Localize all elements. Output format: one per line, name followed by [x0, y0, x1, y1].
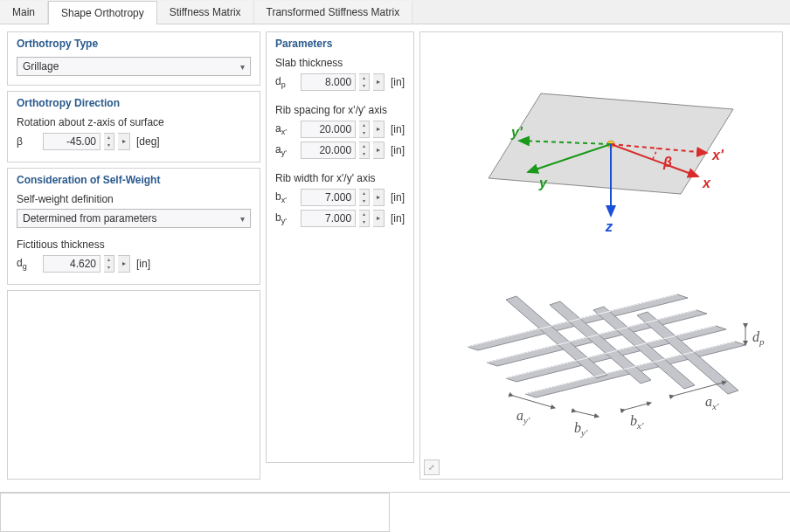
svg-text:ay': ay'	[516, 408, 530, 425]
svg-text:x: x	[702, 176, 711, 190]
beta-symbol: β	[17, 135, 39, 148]
svg-text:x': x'	[711, 148, 724, 162]
preview-viewer[interactable]: x x' y y' z β	[419, 31, 783, 480]
bottom-left-panel	[0, 493, 390, 532]
tab-shape-orthotropy[interactable]: Shape Orthotropy	[48, 1, 157, 24]
dp-input[interactable]: 8.000	[301, 73, 356, 91]
bx-symbol: bx'	[275, 190, 297, 204]
slab-label: Slab thickness	[275, 57, 405, 69]
bx-menu-button[interactable]: ▸	[373, 189, 385, 206]
ax-spinner[interactable]: ▴▾	[359, 121, 370, 138]
sw-definition-dropdown[interactable]: Determined from parameters	[17, 209, 251, 228]
dg-menu-button[interactable]: ▸	[118, 255, 130, 273]
empty-panel-left	[7, 290, 260, 480]
ax-unit: [in]	[391, 123, 405, 135]
bottom-strip	[0, 492, 790, 532]
ay-symbol: ay'	[275, 143, 297, 157]
dropdown-value: Determined from parameters	[23, 212, 156, 225]
ax-symbol: ax'	[275, 122, 297, 136]
dg-symbol: dg	[17, 257, 39, 271]
svg-line-33	[513, 396, 555, 408]
dp-symbol: dp	[275, 75, 297, 89]
beta-unit: [deg]	[136, 135, 160, 148]
bx-spinner[interactable]: ▴▾	[359, 189, 370, 206]
panel-title: Orthotropy Type	[17, 38, 251, 50]
ax-input[interactable]: 20.000	[301, 121, 356, 138]
dg-spinner[interactable]: ▴▾	[104, 255, 114, 273]
width-label: Rib width for x'/y' axis	[275, 172, 405, 184]
dropdown-value: Grillage	[23, 60, 59, 73]
tab-main[interactable]: Main	[0, 1, 48, 24]
dp-unit: [in]	[391, 76, 405, 88]
panel-title: Parameters	[275, 38, 405, 50]
orthotropy-type-dropdown[interactable]: Grillage	[17, 57, 251, 76]
svg-line-31	[576, 411, 599, 417]
by-unit: [in]	[391, 212, 405, 225]
bx-input[interactable]: 7.000	[301, 189, 356, 206]
dp-menu-button[interactable]: ▸	[373, 73, 385, 91]
rotation-label: Rotation about z-axis of surface	[17, 116, 251, 128]
svg-text:dp: dp	[752, 329, 765, 347]
beta-spinner[interactable]: ▴▾	[104, 133, 114, 150]
svg-line-29	[625, 403, 651, 410]
tab-stiffness-matrix[interactable]: Stiffness Matrix	[157, 1, 254, 24]
grillage-diagram-icon: dp ax' bx' by' ay'	[433, 277, 782, 460]
ax-menu-button[interactable]: ▸	[373, 121, 385, 138]
by-symbol: by'	[275, 211, 297, 225]
content-area: Orthotropy Type Grillage Orthotropy Dire…	[0, 24, 790, 487]
dp-spinner[interactable]: ▴▾	[359, 73, 370, 91]
svg-text:by': by'	[574, 420, 588, 438]
tab-bar: Main Shape Orthotropy Stiffness Matrix T…	[0, 0, 790, 24]
dg-unit: [in]	[136, 258, 150, 270]
panel-orthotropy-type: Orthotropy Type Grillage	[7, 31, 260, 86]
viewer-reset-icon[interactable]: ⤢	[424, 459, 440, 475]
dg-input[interactable]: 4.620	[43, 255, 100, 273]
svg-text:ax': ax'	[705, 394, 719, 411]
by-spinner[interactable]: ▴▾	[359, 210, 370, 227]
properties-window: Main Shape Orthotropy Stiffness Matrix T…	[0, 0, 790, 532]
panel-self-weight: Consideration of Self-Weight Self-weight…	[7, 168, 260, 285]
beta-input[interactable]: -45.00	[43, 133, 100, 150]
panel-title: Orthotropy Direction	[17, 97, 251, 109]
beta-menu-button[interactable]: ▸	[118, 133, 130, 150]
ay-spinner[interactable]: ▴▾	[359, 142, 370, 159]
panel-title: Consideration of Self-Weight	[17, 174, 251, 186]
bottom-right-space	[395, 493, 790, 532]
panel-orthotropy-direction: Orthotropy Direction Rotation about z-ax…	[7, 91, 260, 162]
spacing-label: Rib spacing for x'/y' axis	[275, 104, 405, 116]
bx-unit: [in]	[391, 191, 405, 204]
ay-menu-button[interactable]: ▸	[373, 142, 385, 159]
svg-text:y': y'	[510, 125, 523, 140]
tab-transformed-stiffness-matrix[interactable]: Transformed Stiffness Matrix	[254, 1, 413, 24]
svg-text:bx': bx'	[630, 413, 644, 431]
ay-unit: [in]	[391, 144, 405, 156]
svg-text:β: β	[662, 155, 672, 169]
by-input[interactable]: 7.000	[301, 210, 356, 227]
svg-text:y: y	[538, 176, 548, 190]
sw-def-label: Self-weight definition	[17, 193, 251, 205]
by-menu-button[interactable]: ▸	[373, 210, 385, 227]
axis-diagram-icon: x x' y y' z β	[436, 76, 768, 277]
panel-parameters: Parameters Slab thickness dp 8.000 ▴▾ ▸ …	[266, 31, 414, 463]
fict-label: Fictitious thickness	[17, 238, 251, 251]
svg-text:z: z	[605, 219, 613, 234]
ay-input[interactable]: 20.000	[301, 142, 356, 159]
